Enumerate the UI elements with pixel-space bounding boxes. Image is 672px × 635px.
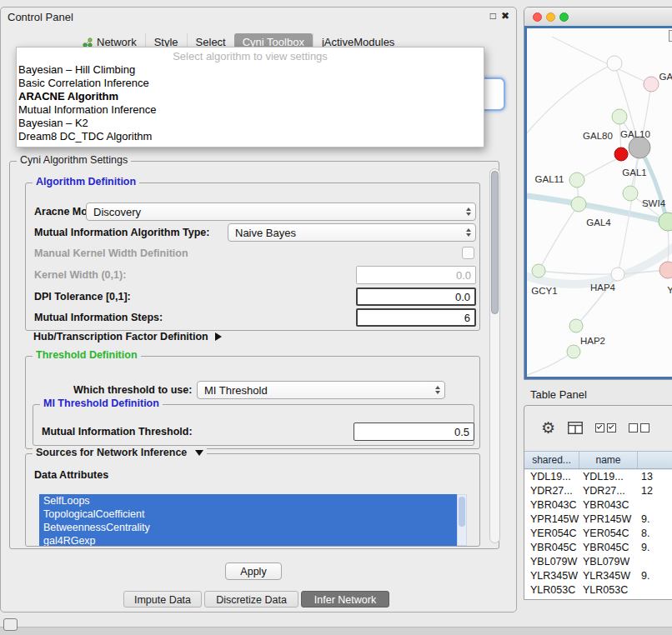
network-edge: [539, 271, 618, 274]
table-row[interactable]: YDL19...YDL19...13: [524, 470, 672, 484]
attribute-item[interactable]: TopologicalCoefficient: [39, 508, 457, 521]
zoom-traffic-light[interactable]: [559, 12, 569, 22]
apply-button[interactable]: Apply: [225, 562, 282, 580]
table-header: shared... name: [524, 451, 672, 469]
mi-steps-label: Mutual Information Steps:: [34, 308, 163, 327]
algorithm-option[interactable]: Bayesian – K2: [17, 117, 484, 130]
table-cell: [638, 555, 672, 569]
algorithm-option[interactable]: Basic Correlation Inference: [17, 77, 484, 90]
minimize-traffic-light[interactable]: [546, 12, 555, 22]
dpi-tolerance-input[interactable]: [356, 288, 476, 306]
mi-threshold-input[interactable]: [354, 422, 474, 441]
table-cell: YLR345W: [524, 569, 579, 583]
settings-scrollbar[interactable]: [489, 168, 500, 543]
node-label: SWI4: [642, 198, 666, 208]
node-label: GAL80: [583, 131, 613, 141]
algorithm-option[interactable]: ARACNE Algorithm: [17, 90, 484, 103]
network-node[interactable]: [659, 212, 672, 231]
unchecked-box-icon: [629, 423, 638, 432]
table-cell: YDR27...: [579, 484, 638, 498]
which-threshold-select[interactable]: MI Threshold: [197, 381, 445, 399]
column-header-name[interactable]: name: [579, 452, 638, 468]
hub-transcription-factor-toggle[interactable]: Hub/Transcription Factor Definition: [33, 331, 222, 342]
mi-steps-input[interactable]: [356, 308, 476, 327]
window-title: Control Panel: [8, 11, 73, 23]
gear-icon[interactable]: ⚙: [541, 420, 555, 436]
spinner-arrows-icon: [466, 228, 471, 237]
network-node[interactable]: [567, 345, 580, 358]
network-canvas[interactable]: GALGAL80GAL10GAL11GAL1SWI4GAL4GCY1HAP4YH…: [527, 28, 672, 377]
attribute-item[interactable]: BetweennessCentrality: [39, 521, 457, 534]
table-cell: YBL079W: [579, 555, 638, 569]
float-window-icon[interactable]: □: [490, 10, 496, 22]
network-node[interactable]: [569, 172, 584, 188]
tab-discretize-data[interactable]: Discretize Data: [204, 591, 298, 608]
data-attributes-label: Data Attributes: [34, 469, 108, 481]
table-row[interactable]: YPR145WYPR145W9.: [524, 512, 672, 527]
network-node[interactable]: [571, 197, 586, 212]
spinner-arrows-icon: [435, 386, 440, 394]
algorithm-option[interactable]: Bayesian – Hill Climbing: [17, 63, 484, 77]
manual-kernel-width-label: Manual Kernel Width Definition: [34, 244, 188, 262]
table-cell: YLR053C: [524, 583, 579, 598]
tab-impute-data[interactable]: Impute Data: [123, 591, 202, 608]
node-label: GAL1: [622, 168, 646, 178]
mi-algorithm-type-label: Mutual Information Algorithm Type:: [34, 223, 209, 242]
table-row[interactable]: YLR345WYLR345W9.: [524, 569, 672, 583]
mi-threshold-definition-group: MI Threshold Definition Mutual Informati…: [33, 404, 474, 446]
network-node[interactable]: [607, 56, 622, 71]
deselect-all-columns-icon[interactable]: [629, 423, 649, 432]
close-traffic-light[interactable]: [533, 12, 542, 22]
table-cell: [638, 498, 672, 512]
tab-infer-network[interactable]: Infer Network: [301, 591, 389, 608]
table-row[interactable]: YBL079WYBL079W: [524, 555, 672, 569]
select-all-columns-icon[interactable]: [595, 423, 616, 432]
selected-value: MI Threshold: [204, 384, 268, 397]
mi-algorithm-type-select[interactable]: Naive Bayes: [228, 223, 476, 242]
mi-threshold-label: Mutual Information Threshold:: [42, 422, 193, 441]
network-node[interactable]: [569, 319, 583, 332]
attribute-item[interactable]: gal4RGexp: [39, 534, 457, 546]
attribute-item[interactable]: SelfLoops: [39, 494, 457, 508]
network-node[interactable]: [623, 186, 638, 201]
table-cell: YPR145W: [579, 512, 638, 527]
attributes-scrollbar[interactable]: [457, 494, 467, 546]
scrollbar-thumb[interactable]: [459, 497, 465, 527]
aracne-mode-select[interactable]: Discovery: [86, 202, 476, 221]
network-node[interactable]: [612, 109, 627, 124]
network-node[interactable]: [629, 137, 650, 158]
algorithm-option[interactable]: Dream8 DC_TDC Algorithm: [17, 130, 484, 143]
sources-toggle[interactable]: Sources for Network Inference: [33, 447, 207, 459]
overview-toggle[interactable]: [669, 30, 672, 42]
network-node[interactable]: [611, 268, 624, 281]
table-cell: YLR053C: [579, 583, 638, 598]
scrollbar-thumb[interactable]: [491, 171, 499, 314]
dropdown-placeholder: Select algorithm to view settings: [17, 49, 484, 63]
network-edge: [552, 37, 651, 84]
node-label: GAL4: [586, 218, 611, 228]
table-row[interactable]: YER054CYER054C8.: [524, 527, 672, 541]
minimized-panel-icon[interactable]: [3, 618, 18, 631]
algorithm-option[interactable]: Mutual Information Inference: [17, 103, 484, 117]
node-label: Y: [667, 285, 672, 295]
table-row[interactable]: YDR27...YDR27...12: [524, 484, 672, 498]
network-node[interactable]: [659, 262, 672, 278]
network-node[interactable]: [532, 264, 545, 278]
cyni-algorithm-settings-group: Cyni Algorithm Settings Algorithm Defini…: [9, 161, 499, 549]
network-window-titlebar: [524, 8, 672, 27]
column-header-shared-name[interactable]: shared...: [524, 452, 579, 468]
network-node[interactable]: [644, 77, 659, 92]
sources-group: Sources for Network Inference Data Attri…: [25, 453, 480, 547]
network-node[interactable]: [614, 148, 628, 161]
table-cell: YPR145W: [524, 512, 579, 527]
columns-icon[interactable]: [568, 422, 583, 434]
network-view-window: GALGAL80GAL10GAL11GAL1SWI4GAL4GCY1HAP4YH…: [524, 7, 672, 380]
close-window-icon[interactable]: ✖: [501, 10, 509, 22]
spinner-arrows-icon: [466, 208, 471, 216]
column-header-extra[interactable]: [638, 452, 672, 468]
table-cell: YBL079W: [524, 555, 579, 569]
table-row[interactable]: YBR043CYBR043C: [524, 498, 672, 512]
table-row[interactable]: YLR053CYLR053C: [524, 583, 672, 598]
table-row[interactable]: YBR045CYBR045C9.: [524, 541, 672, 555]
node-label: GAL11: [535, 174, 564, 184]
